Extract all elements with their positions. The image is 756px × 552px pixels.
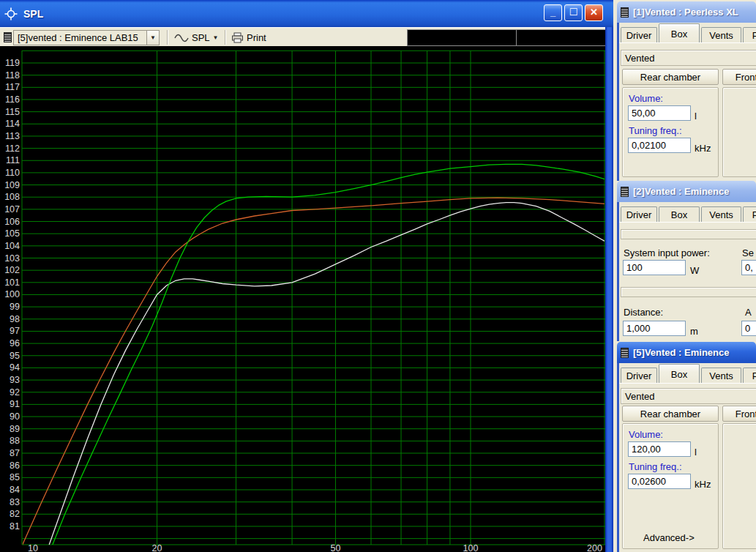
angle-label: A xyxy=(745,307,752,318)
svg-text:118: 118 xyxy=(5,70,20,81)
svg-text:106: 106 xyxy=(4,217,20,227)
volume-unit: l xyxy=(695,111,697,122)
print-button[interactable]: Print xyxy=(231,30,266,45)
svg-text:100: 100 xyxy=(463,543,479,552)
volume-input[interactable]: 120,00 xyxy=(628,441,691,457)
svg-text:112: 112 xyxy=(5,143,20,154)
toolbar-separator xyxy=(167,30,168,45)
tab-plot[interactable]: Plot xyxy=(743,206,756,222)
svg-text:111: 111 xyxy=(6,155,20,165)
panel-2-title: [2]Vented : Eminence xyxy=(633,186,729,197)
advanced-link[interactable]: Advanced-> xyxy=(643,532,695,543)
tab-driver[interactable]: Driver xyxy=(621,206,657,222)
svg-text:81: 81 xyxy=(10,521,20,532)
svg-text:102: 102 xyxy=(4,265,20,275)
chevron-down-icon[interactable]: ▼ xyxy=(213,34,219,41)
maximize-button[interactable]: ☐ xyxy=(564,4,583,21)
tab-vents[interactable]: Vents xyxy=(701,27,741,42)
panel-2-titlebar[interactable]: [2]Vented : Eminence xyxy=(617,181,756,202)
svg-text:90: 90 xyxy=(10,411,20,422)
tab-vents[interactable]: Vents xyxy=(701,368,741,383)
tab-box[interactable]: Box xyxy=(659,364,700,383)
svg-text:88: 88 xyxy=(10,436,20,446)
power-unit: W xyxy=(690,265,699,276)
system-input-power-label: System input power: xyxy=(624,247,710,258)
rear-chamber-button[interactable]: Rear chamber xyxy=(622,69,719,85)
spl-plot-window: SPL _ ☐ ✕ [5]vented : Eminence LAB15 ▼ S… xyxy=(0,0,613,552)
front-chamber-button[interactable]: Front chamber xyxy=(722,406,756,422)
tab-vents[interactable]: Vents xyxy=(701,206,741,222)
legend-frame xyxy=(407,29,607,46)
close-button[interactable]: ✕ xyxy=(585,4,603,21)
spl-window-titlebar[interactable]: SPL _ ☐ ✕ xyxy=(0,0,613,27)
tuning-freq-unit: kHz xyxy=(695,479,711,490)
right-input-1[interactable]: 0, xyxy=(741,260,756,275)
volume-label: Volume: xyxy=(629,93,663,104)
spl-chart: 8182838485868788899091929394959697989910… xyxy=(0,46,605,552)
box-type-selector[interactable]: Vented xyxy=(621,50,756,66)
chevron-down-icon[interactable]: ▼ xyxy=(146,31,159,45)
system-input-power-input[interactable]: 100 xyxy=(623,260,686,275)
svg-text:10: 10 xyxy=(28,543,38,552)
tuning-freq-input[interactable]: 0,02600 xyxy=(628,474,691,489)
svg-text:82: 82 xyxy=(10,509,20,519)
mdi-child-icon xyxy=(621,348,629,358)
front-chamber-group xyxy=(722,423,756,549)
tab-box[interactable]: Box xyxy=(659,23,700,42)
crosshair-plot-icon xyxy=(4,7,18,20)
svg-text:115: 115 xyxy=(5,107,20,117)
plot-type-selector[interactable]: SPL ▼ xyxy=(174,30,219,45)
project-selector-combo[interactable]: [5]vented : Eminence LAB15 ▼ xyxy=(13,30,160,45)
window-right-border xyxy=(605,27,613,552)
svg-text:94: 94 xyxy=(10,362,20,373)
tab-box[interactable]: Box xyxy=(659,206,700,222)
svg-text:107: 107 xyxy=(4,204,20,215)
spl-chart-canvas: 8182838485868788899091929394959697989910… xyxy=(0,46,605,552)
svg-text:104: 104 xyxy=(4,241,20,251)
svg-text:85: 85 xyxy=(10,472,20,482)
mdi-child-icon xyxy=(621,7,629,18)
svg-text:92: 92 xyxy=(10,387,20,398)
panel-2-tab-content: System input power: Se 100 W 0, Distance… xyxy=(619,222,756,340)
tab-driver[interactable]: Driver xyxy=(621,27,657,42)
toolbar-separator xyxy=(225,30,225,45)
rear-chamber-button[interactable]: Rear chamber xyxy=(622,406,719,422)
box-type-selector[interactable]: Vented xyxy=(621,388,756,404)
plot-type-label: SPL xyxy=(192,32,210,43)
tab-driver[interactable]: Driver xyxy=(621,368,657,383)
svg-text:87: 87 xyxy=(10,448,20,458)
series-resistance-label: Se xyxy=(742,247,754,258)
svg-text:114: 114 xyxy=(5,119,20,129)
right-input-2[interactable]: 0 xyxy=(741,321,756,336)
svg-text:98: 98 xyxy=(10,314,20,324)
svg-text:89: 89 xyxy=(10,424,20,434)
window-title: SPL xyxy=(23,8,43,20)
volume-input[interactable]: 50,00 xyxy=(628,105,691,121)
svg-text:50: 50 xyxy=(331,543,341,552)
svg-text:119: 119 xyxy=(5,58,20,68)
tab-plot[interactable]: Plot xyxy=(743,368,756,383)
mdi-child-icon xyxy=(621,187,629,197)
svg-text:93: 93 xyxy=(10,375,20,385)
panel-5-titlebar[interactable]: [5]Vented : Eminence xyxy=(617,342,756,363)
panel-5-vented-eminence: [5]Vented : Eminence Driver Box Vents Pl… xyxy=(617,342,756,552)
svg-text:84: 84 xyxy=(10,485,20,495)
svg-text:96: 96 xyxy=(10,338,20,348)
distance-input[interactable]: 1,000 xyxy=(623,321,686,336)
svg-text:86: 86 xyxy=(10,460,20,471)
distance-unit: m xyxy=(690,326,698,337)
svg-text:103: 103 xyxy=(4,253,20,264)
svg-text:99: 99 xyxy=(10,302,20,312)
tuning-freq-input[interactable]: 0,02100 xyxy=(628,138,691,153)
svg-text:109: 109 xyxy=(4,180,20,190)
minimize-button[interactable]: _ xyxy=(544,4,562,21)
svg-text:91: 91 xyxy=(10,399,20,409)
svg-text:97: 97 xyxy=(10,326,20,336)
volume-unit: l xyxy=(695,447,697,458)
tab-plot[interactable]: Plot xyxy=(743,27,756,42)
print-label: Print xyxy=(247,32,266,43)
printer-icon xyxy=(231,32,244,43)
panel-1-vented-peerless: [1]Vented : Peerless XL Driver Box Vents… xyxy=(617,1,756,181)
panel-1-titlebar[interactable]: [1]Vented : Peerless XL xyxy=(617,1,756,23)
front-chamber-button[interactable]: Front chamber xyxy=(722,69,756,85)
